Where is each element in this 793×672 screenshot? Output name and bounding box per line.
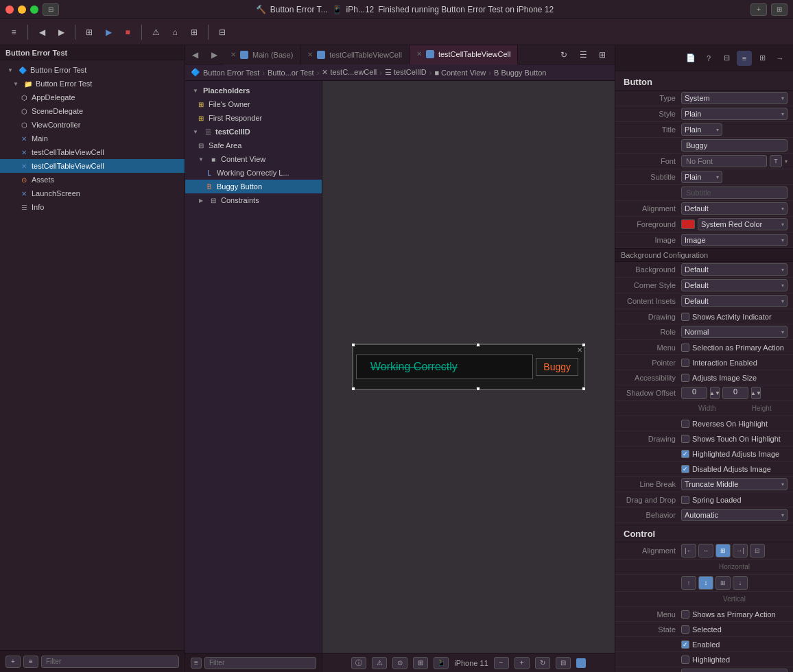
breadcrumb-target[interactable]: Butto...or Test: [268, 69, 314, 77]
canvas-warning-button[interactable]: ⚠: [372, 657, 387, 669]
shadow-height-field[interactable]: 0: [722, 387, 748, 399]
style-select[interactable]: Plain ▾: [681, 108, 788, 120]
connections-btn[interactable]: →: [772, 51, 788, 66]
outline-workinglabel[interactable]: L Working Correctly L...: [185, 166, 322, 180]
shadow-height-stepper[interactable]: ▲▼: [751, 387, 761, 399]
activity-checkbox[interactable]: [681, 313, 689, 321]
inspector-toggle[interactable]: ⊟: [214, 24, 230, 40]
run-button[interactable]: ▶: [100, 24, 117, 40]
tab-back-button[interactable]: ◀: [185, 45, 204, 64]
outline-buggybutton[interactable]: B Buggy Button: [185, 180, 322, 193]
maximize-button[interactable]: [30, 5, 38, 14]
quick-help-btn[interactable]: ?: [701, 51, 716, 66]
subtitle-select[interactable]: Plain ▾: [681, 171, 722, 183]
filter-icon[interactable]: ≡: [191, 658, 202, 669]
add-item-button[interactable]: +: [5, 656, 21, 668]
canvas-preview-button[interactable]: ⊟: [556, 657, 571, 669]
disabled-checkbox[interactable]: ✓: [681, 465, 689, 473]
state-highlighted-label[interactable]: Highlighted: [692, 656, 730, 664]
breadcrumb-project[interactable]: 🔷: [191, 68, 200, 77]
outline-firstresponder[interactable]: ⊞ First Responder: [185, 111, 322, 125]
canvas-device-button[interactable]: 📱: [434, 657, 449, 669]
outline-constraints[interactable]: ▶ ⊟ Constraints: [185, 193, 322, 207]
canvas-zoom-out[interactable]: −: [494, 657, 509, 669]
align-bottom-button[interactable]: ↓: [733, 576, 748, 590]
menu-label-text[interactable]: Selection as Primary Action: [692, 344, 784, 352]
spring-loaded-label[interactable]: Spring Loaded: [692, 496, 742, 504]
breadcrumb-cell[interactable]: ✕ testC...ewCell: [322, 68, 377, 77]
sidebar-item-group[interactable]: ▼ 📁 Button Error Test: [0, 77, 185, 91]
scheme-selector[interactable]: ⊞: [81, 24, 97, 40]
shows-touch-checkbox[interactable]: [681, 435, 689, 443]
back-button[interactable]: ◀: [34, 24, 50, 40]
align-fill-v-button[interactable]: ⊞: [715, 576, 731, 590]
state-enabled-label[interactable]: Enabled: [692, 640, 720, 649]
shows-primary-label[interactable]: Shows as Primary Action: [692, 610, 776, 619]
state-enabled-checkbox[interactable]: ✓: [681, 640, 689, 649]
close-icon[interactable]: ✕: [577, 346, 582, 354]
sidebar-item-info[interactable]: ☰ Info: [0, 200, 185, 214]
handle-tc[interactable]: [476, 343, 480, 347]
sidebar-item-testcell1[interactable]: ✕ testCellTableViewCell: [0, 145, 185, 159]
sidebar-content[interactable]: ▼ 🔷 Button Error Test ▼ 📁 Button Error T…: [0, 60, 185, 650]
state-selected-checkbox[interactable]: [681, 625, 689, 634]
canvas-indicator[interactable]: [576, 658, 586, 668]
minimize-button[interactable]: [18, 5, 26, 14]
tab-cell2[interactable]: ✕ testCellTableViewCell: [410, 45, 519, 64]
tab-close-cell2[interactable]: ✕: [416, 50, 422, 58]
tab-main[interactable]: ✕ Main (Base): [224, 45, 300, 64]
breadcrumb-cellid[interactable]: ☰ testCellID: [385, 68, 427, 77]
identity-btn[interactable]: ⊟: [719, 51, 734, 66]
handle-bc[interactable]: [476, 387, 480, 391]
canvas-orient-button[interactable]: ↻: [535, 657, 550, 669]
reverses-label-text[interactable]: Reverses On Highlight: [692, 420, 768, 428]
breadcrumb-project-name[interactable]: Button Error Test: [203, 69, 259, 77]
role-select[interactable]: Normal ▾: [681, 326, 788, 338]
type-select[interactable]: System ▾: [681, 92, 788, 104]
attributes-btn[interactable]: ≡: [737, 51, 752, 66]
foreground-select[interactable]: System Red Color ▾: [698, 218, 788, 230]
align-right-button[interactable]: →|: [733, 544, 748, 557]
align-center-h-button[interactable]: ↔: [698, 544, 713, 557]
breadcrumb-contentview[interactable]: ■ Content View: [434, 69, 486, 77]
highlighted-checkbox[interactable]: ✓: [681, 450, 689, 458]
handle-tl[interactable]: [351, 343, 355, 347]
shows-primary-checkbox[interactable]: [681, 610, 689, 619]
title-select[interactable]: Plain ▾: [681, 123, 722, 136]
reverses-checkbox[interactable]: [681, 420, 689, 428]
canvas-link-button[interactable]: ⊙: [392, 657, 407, 669]
sidebar-item-testcell2[interactable]: ✕ testCellTableViewCell: [0, 159, 185, 173]
accessibility-checkbox[interactable]: [681, 374, 689, 382]
shadow-width-stepper[interactable]: ▲▼: [710, 387, 720, 399]
size-btn[interactable]: ⊞: [755, 51, 770, 66]
spring-loaded-checkbox[interactable]: [681, 496, 689, 504]
outline-filesowner[interactable]: ⊞ File's Owner: [185, 97, 322, 111]
corner-style-select[interactable]: Default ▾: [681, 279, 788, 291]
image-select[interactable]: Image ▾: [681, 234, 788, 246]
alignment-select[interactable]: Default ▾: [681, 202, 788, 215]
canvas-zoom-in[interactable]: +: [514, 657, 530, 669]
file-inspector-btn[interactable]: 📄: [683, 51, 698, 66]
font-field[interactable]: No Font: [681, 155, 767, 167]
tab-forward-button[interactable]: ▶: [204, 45, 224, 64]
filter-input[interactable]: [41, 656, 179, 668]
behavior-select[interactable]: Automatic ▾: [681, 509, 788, 521]
disabled-label-text[interactable]: Disabled Adjusts Image: [692, 465, 771, 473]
tab-cell1[interactable]: ✕ testCellTableViewCell: [300, 45, 410, 64]
sidebar-item-assets[interactable]: ⊙ Assets: [0, 173, 185, 187]
shows-touch-label[interactable]: Shows Touch On Highlight: [692, 435, 781, 443]
forward-button[interactable]: ▶: [53, 24, 69, 40]
canvas-info-button[interactable]: ⓘ: [351, 657, 366, 669]
tab-close-main[interactable]: ✕: [230, 51, 236, 58]
state-selected-label[interactable]: Selected: [692, 625, 722, 634]
layout-button[interactable]: ⊞: [771, 3, 788, 16]
canvas-fit-button[interactable]: ⊞: [413, 657, 428, 669]
accessibility-label-text[interactable]: Adjusts Image Size: [692, 374, 757, 382]
align-fill-h-button[interactable]: ⊞: [715, 544, 731, 557]
state-highlighted-checkbox[interactable]: [681, 656, 689, 664]
background-select[interactable]: Default ▾: [681, 263, 788, 276]
pointer-checkbox[interactable]: [681, 359, 689, 367]
home-button[interactable]: ⌂: [167, 24, 183, 40]
sidebar-item-launchscreen[interactable]: ✕ LaunchScreen: [0, 187, 185, 200]
sidebar-item-root[interactable]: ▼ 🔷 Button Error Test: [0, 63, 185, 77]
